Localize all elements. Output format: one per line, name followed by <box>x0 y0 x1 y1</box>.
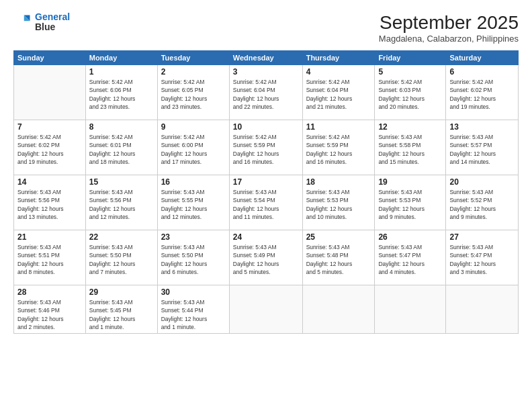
day-number: 20 <box>449 177 515 187</box>
calendar-week-row: 28Sunrise: 5:43 AM Sunset: 5:46 PM Dayli… <box>14 285 519 334</box>
day-number: 7 <box>17 122 82 132</box>
calendar-cell: 8Sunrise: 5:42 AM Sunset: 6:01 PM Daylig… <box>85 120 157 175</box>
calendar-cell: 11Sunrise: 5:42 AM Sunset: 5:59 PM Dayli… <box>302 120 375 175</box>
calendar-cell: 25Sunrise: 5:43 AM Sunset: 5:48 PM Dayli… <box>302 230 375 285</box>
day-info: Sunrise: 5:42 AM Sunset: 5:59 PM Dayligh… <box>306 133 371 166</box>
calendar-cell: 13Sunrise: 5:43 AM Sunset: 5:57 PM Dayli… <box>446 120 519 175</box>
day-number: 2 <box>161 67 226 77</box>
weekday-header: Tuesday <box>157 51 229 65</box>
day-number: 17 <box>233 177 299 187</box>
logo-text: General Blue <box>35 12 70 33</box>
day-info: Sunrise: 5:43 AM Sunset: 5:50 PM Dayligh… <box>161 243 226 276</box>
day-number: 1 <box>89 67 154 77</box>
day-number: 27 <box>449 232 515 242</box>
weekday-header: Saturday <box>446 51 519 65</box>
day-info: Sunrise: 5:43 AM Sunset: 5:44 PM Dayligh… <box>161 298 226 331</box>
day-info: Sunrise: 5:42 AM Sunset: 6:04 PM Dayligh… <box>306 78 371 111</box>
calendar-cell: 29Sunrise: 5:43 AM Sunset: 5:45 PM Dayli… <box>85 285 157 334</box>
calendar-cell: 3Sunrise: 5:42 AM Sunset: 6:04 PM Daylig… <box>229 65 302 120</box>
day-number: 30 <box>161 287 226 297</box>
calendar-cell <box>229 285 302 334</box>
day-number: 13 <box>449 122 515 132</box>
day-info: Sunrise: 5:43 AM Sunset: 5:55 PM Dayligh… <box>161 188 226 221</box>
day-info: Sunrise: 5:43 AM Sunset: 5:52 PM Dayligh… <box>449 188 515 221</box>
day-info: Sunrise: 5:42 AM Sunset: 6:03 PM Dayligh… <box>378 78 442 111</box>
day-info: Sunrise: 5:42 AM Sunset: 6:05 PM Dayligh… <box>161 78 226 111</box>
calendar-cell: 27Sunrise: 5:43 AM Sunset: 5:47 PM Dayli… <box>446 230 519 285</box>
calendar-cell: 1Sunrise: 5:42 AM Sunset: 6:06 PM Daylig… <box>85 65 157 120</box>
calendar-cell <box>375 285 446 334</box>
calendar-cell <box>14 65 86 120</box>
calendar-cell: 17Sunrise: 5:43 AM Sunset: 5:54 PM Dayli… <box>229 175 302 230</box>
day-info: Sunrise: 5:42 AM Sunset: 6:01 PM Dayligh… <box>89 133 154 166</box>
day-info: Sunrise: 5:43 AM Sunset: 5:47 PM Dayligh… <box>449 243 515 276</box>
calendar-cell: 14Sunrise: 5:43 AM Sunset: 5:56 PM Dayli… <box>14 175 86 230</box>
day-number: 21 <box>17 232 82 242</box>
day-info: Sunrise: 5:43 AM Sunset: 5:45 PM Dayligh… <box>89 298 154 331</box>
day-number: 22 <box>89 232 154 242</box>
weekday-header: Monday <box>85 51 157 65</box>
day-number: 26 <box>378 232 442 242</box>
calendar-week-row: 14Sunrise: 5:43 AM Sunset: 5:56 PM Dayli… <box>14 175 519 230</box>
calendar-cell: 6Sunrise: 5:42 AM Sunset: 6:02 PM Daylig… <box>446 65 519 120</box>
day-number: 16 <box>161 177 226 187</box>
weekday-header: Sunday <box>14 51 86 65</box>
day-info: Sunrise: 5:43 AM Sunset: 5:57 PM Dayligh… <box>449 133 515 166</box>
calendar-cell: 21Sunrise: 5:43 AM Sunset: 5:51 PM Dayli… <box>14 230 86 285</box>
calendar-cell: 18Sunrise: 5:43 AM Sunset: 5:53 PM Dayli… <box>302 175 375 230</box>
day-info: Sunrise: 5:43 AM Sunset: 5:51 PM Dayligh… <box>17 243 82 276</box>
calendar-cell: 30Sunrise: 5:43 AM Sunset: 5:44 PM Dayli… <box>157 285 229 334</box>
day-number: 5 <box>378 67 442 77</box>
logo-icon <box>13 13 32 32</box>
day-info: Sunrise: 5:43 AM Sunset: 5:49 PM Dayligh… <box>233 243 299 276</box>
day-number: 23 <box>161 232 226 242</box>
day-info: Sunrise: 5:43 AM Sunset: 5:50 PM Dayligh… <box>89 243 154 276</box>
day-number: 18 <box>306 177 371 187</box>
day-info: Sunrise: 5:43 AM Sunset: 5:56 PM Dayligh… <box>17 188 82 221</box>
title-block: September 2025 Magdalena, Calabarzon, Ph… <box>379 12 519 44</box>
weekday-header: Thursday <box>302 51 375 65</box>
calendar-cell: 12Sunrise: 5:43 AM Sunset: 5:58 PM Dayli… <box>375 120 446 175</box>
calendar-cell: 22Sunrise: 5:43 AM Sunset: 5:50 PM Dayli… <box>85 230 157 285</box>
day-info: Sunrise: 5:42 AM Sunset: 6:00 PM Dayligh… <box>161 133 226 166</box>
logo: General Blue <box>13 12 70 33</box>
calendar-cell <box>302 285 375 334</box>
calendar-cell: 19Sunrise: 5:43 AM Sunset: 5:53 PM Dayli… <box>375 175 446 230</box>
day-info: Sunrise: 5:42 AM Sunset: 6:02 PM Dayligh… <box>449 78 515 111</box>
day-info: Sunrise: 5:43 AM Sunset: 5:47 PM Dayligh… <box>378 243 442 276</box>
day-number: 24 <box>233 232 299 242</box>
calendar-header-row: SundayMondayTuesdayWednesdayThursdayFrid… <box>14 51 519 65</box>
calendar-cell: 2Sunrise: 5:42 AM Sunset: 6:05 PM Daylig… <box>157 65 229 120</box>
calendar-cell: 4Sunrise: 5:42 AM Sunset: 6:04 PM Daylig… <box>302 65 375 120</box>
day-info: Sunrise: 5:43 AM Sunset: 5:56 PM Dayligh… <box>89 188 154 221</box>
day-info: Sunrise: 5:42 AM Sunset: 6:06 PM Dayligh… <box>89 78 154 111</box>
calendar-week-row: 1Sunrise: 5:42 AM Sunset: 6:06 PM Daylig… <box>14 65 519 120</box>
calendar-cell: 23Sunrise: 5:43 AM Sunset: 5:50 PM Dayli… <box>157 230 229 285</box>
day-info: Sunrise: 5:43 AM Sunset: 5:54 PM Dayligh… <box>233 188 299 221</box>
day-number: 8 <box>89 122 154 132</box>
day-info: Sunrise: 5:42 AM Sunset: 6:04 PM Dayligh… <box>233 78 299 111</box>
calendar-cell: 9Sunrise: 5:42 AM Sunset: 6:00 PM Daylig… <box>157 120 229 175</box>
weekday-header: Friday <box>375 51 446 65</box>
location: Magdalena, Calabarzon, Philippines <box>379 34 519 44</box>
calendar-week-row: 7Sunrise: 5:42 AM Sunset: 6:02 PM Daylig… <box>14 120 519 175</box>
calendar-cell: 26Sunrise: 5:43 AM Sunset: 5:47 PM Dayli… <box>375 230 446 285</box>
day-info: Sunrise: 5:43 AM Sunset: 5:53 PM Dayligh… <box>378 188 442 221</box>
day-number: 28 <box>17 287 82 297</box>
day-info: Sunrise: 5:42 AM Sunset: 6:02 PM Dayligh… <box>17 133 82 166</box>
calendar-cell <box>446 285 519 334</box>
day-info: Sunrise: 5:43 AM Sunset: 5:58 PM Dayligh… <box>378 133 442 166</box>
day-number: 25 <box>306 232 371 242</box>
calendar-cell: 15Sunrise: 5:43 AM Sunset: 5:56 PM Dayli… <box>85 175 157 230</box>
day-info: Sunrise: 5:43 AM Sunset: 5:53 PM Dayligh… <box>306 188 371 221</box>
calendar-week-row: 21Sunrise: 5:43 AM Sunset: 5:51 PM Dayli… <box>14 230 519 285</box>
calendar-cell: 5Sunrise: 5:42 AM Sunset: 6:03 PM Daylig… <box>375 65 446 120</box>
calendar-cell: 7Sunrise: 5:42 AM Sunset: 6:02 PM Daylig… <box>14 120 86 175</box>
day-number: 6 <box>449 67 515 77</box>
calendar-cell: 10Sunrise: 5:42 AM Sunset: 5:59 PM Dayli… <box>229 120 302 175</box>
day-info: Sunrise: 5:43 AM Sunset: 5:46 PM Dayligh… <box>17 298 82 331</box>
header: General Blue September 2025 Magdalena, C… <box>13 12 519 44</box>
day-number: 14 <box>17 177 82 187</box>
day-info: Sunrise: 5:43 AM Sunset: 5:48 PM Dayligh… <box>306 243 371 276</box>
month-title: September 2025 <box>379 12 519 34</box>
